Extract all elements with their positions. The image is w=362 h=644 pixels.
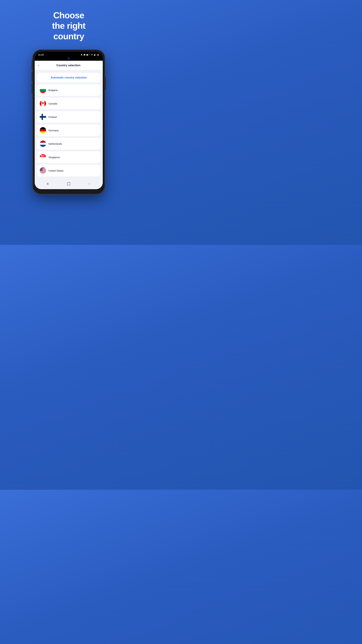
svg-point-11 [43, 155, 43, 155]
recents-button[interactable] [46, 182, 51, 186]
gmail-icon [86, 54, 88, 56]
country-item-singapore[interactable]: Singapore [37, 151, 100, 163]
svg-rect-31 [67, 182, 70, 185]
phone-screen: 11:13 • ‹ Country s [35, 52, 103, 189]
svg-rect-6 [41, 114, 43, 120]
finland-flag-svg [40, 114, 46, 120]
us-flag-svg: ★ ★ ★ ★ ★ ★ ★ ★ ★ [40, 167, 46, 174]
country-item-canada[interactable]: Canada [37, 98, 100, 109]
flag-netherlands [40, 140, 46, 147]
camera-notch [35, 57, 103, 61]
svg-rect-23 [40, 173, 46, 174]
svg-rect-2 [44, 100, 46, 107]
svg-point-13 [43, 156, 43, 156]
front-camera [67, 57, 70, 60]
country-item-netherlands[interactable]: Netherlands [37, 138, 100, 150]
svg-text:★ ★ ★: ★ ★ ★ [40, 170, 42, 170]
content-area: Automatic country selection Bulgaria [35, 70, 103, 179]
svg-rect-29 [48, 183, 48, 185]
country-name-netherlands: Netherlands [48, 142, 62, 145]
wifi-icon [91, 54, 93, 56]
canada-flag-svg [40, 100, 46, 107]
battery-icon [97, 54, 99, 56]
svg-rect-1 [40, 100, 41, 107]
svg-rect-28 [47, 183, 47, 185]
singapore-flag-svg [40, 154, 46, 160]
home-button[interactable] [66, 182, 71, 186]
country-name-singapore: Singapore [48, 156, 60, 159]
flag-finland [40, 114, 46, 120]
svg-rect-21 [40, 171, 46, 172]
hero-section: Choosethe rightcountry [52, 10, 85, 50]
country-item-finland[interactable]: Finland [37, 111, 100, 123]
svg-point-12 [43, 155, 44, 156]
country-name-finland: Finland [48, 116, 57, 118]
back-nav-icon [88, 182, 91, 185]
svg-point-10 [41, 154, 43, 156]
country-item-germany[interactable]: Germany [37, 124, 100, 136]
country-name-us: United States [48, 169, 63, 172]
app-header: ‹ Country selection [35, 61, 103, 70]
auto-selection-label: Automatic country selection [51, 76, 87, 79]
svg-rect-22 [40, 172, 46, 172]
nav-bar [35, 179, 103, 189]
country-name-germany: Germany [48, 129, 59, 132]
flag-us: ★ ★ ★ ★ ★ ★ ★ ★ ★ [40, 167, 46, 174]
country-item-bulgaria[interactable]: Bulgaria [37, 84, 100, 96]
screen-title: Country selection [41, 64, 96, 67]
status-time: 11:13 [38, 54, 43, 56]
status-bar: 11:13 • [35, 52, 103, 57]
status-icons: • [81, 54, 99, 56]
recents-icon [46, 182, 50, 186]
signal-icon [94, 54, 96, 56]
flag-canada [40, 100, 46, 107]
flag-singapore [40, 154, 46, 160]
svg-point-14 [42, 156, 43, 156]
gallery-icon [83, 54, 85, 56]
back-nav-button[interactable] [87, 182, 91, 186]
country-item-us[interactable]: ★ ★ ★ ★ ★ ★ ★ ★ ★ United States [37, 165, 100, 176]
country-name-canada: Canada [48, 102, 57, 105]
auto-selection-card[interactable]: Automatic country selection [37, 73, 100, 82]
home-icon [67, 182, 70, 186]
back-button[interactable]: ‹ [38, 64, 39, 67]
country-name-bulgaria: Bulgaria [48, 89, 58, 92]
phone-shell: 11:13 • ‹ Country s [33, 50, 105, 194]
notification-dot: • [89, 54, 90, 56]
flag-germany [40, 127, 46, 134]
flag-bulgaria [40, 87, 46, 93]
hero-title: Choosethe rightcountry [52, 10, 85, 42]
svg-point-15 [42, 155, 43, 156]
svg-rect-8 [40, 154, 46, 157]
svg-rect-30 [48, 183, 48, 185]
location-icon [81, 54, 83, 56]
